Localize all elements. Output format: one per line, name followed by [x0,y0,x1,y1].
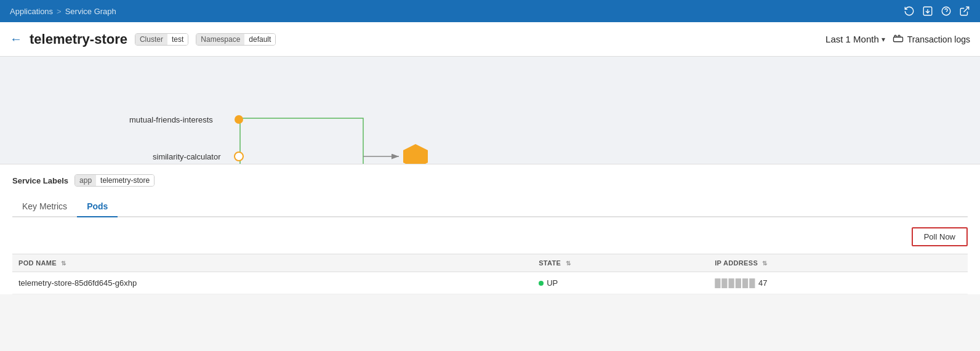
time-filter-dropdown[interactable]: Last 1 Month ▾ [825,34,885,44]
top-nav-icons [904,6,970,17]
table-row: telemetry-store-85d6fd645-g6xhp UP █████… [12,272,968,294]
graph-area: mutual-friends-interests similarity-calc… [0,57,980,164]
transaction-logs-label: Transaction logs [907,34,970,44]
namespace-badge: Namespace default [196,33,276,46]
service-label-key: app [75,175,96,186]
namespace-badge-val: default [244,34,275,45]
transaction-logs-icon [893,34,904,45]
svg-rect-4 [893,37,902,42]
col-header-ip-address: IP ADDRESS ⇅ [709,254,968,272]
chevron-down-icon: ▾ [882,35,885,44]
label-mutual-friends: mutual-friends-interests [129,115,213,124]
cluster-badge-key: Cluster [135,34,167,45]
col-header-state: STATE ⇅ [532,254,709,272]
svg-point-1 [942,7,950,15]
sort-icon-state[interactable]: ⇅ [566,260,571,267]
tab-pods[interactable]: Pods [77,196,118,217]
restore-icon[interactable] [904,6,915,17]
header-bar: ← telemetry-store Cluster test Namespace… [0,22,980,57]
tab-key-metrics[interactable]: Key Metrics [12,196,77,217]
sort-icon-pod-name[interactable]: ⇅ [61,260,66,267]
cluster-badge: Cluster test [135,33,188,46]
cell-pod-name: telemetry-store-85d6fd645-g6xhp [12,272,532,294]
tabs-row: Key Metrics Pods [12,196,968,217]
col-header-pod-name: POD NAME ⇅ [12,254,532,272]
top-nav: Applications > Service Graph [0,0,980,22]
svg-line-3 [964,7,969,12]
namespace-badge-key: Namespace [196,34,244,45]
poll-row: Poll Now [12,227,968,246]
back-button[interactable]: ← [10,32,22,46]
pods-table: POD NAME ⇅ STATE ⇅ IP ADDRESS ⇅ telemetr… [12,254,968,294]
service-title: telemetry-store [30,31,127,47]
node-mutual-friends [235,115,243,124]
transaction-logs-button[interactable]: Transaction logs [893,34,970,45]
bottom-panel: Service Labels app telemetry-store Key M… [0,164,980,294]
cell-state: UP [532,272,709,294]
service-labels-title: Service Labels [12,176,68,185]
status-dot-green [539,281,544,286]
external-link-icon[interactable] [959,6,970,17]
cell-ip-address: ██████ 47 [709,272,968,294]
svg-rect-6 [240,118,363,164]
breadcrumb-apps[interactable]: Applications [10,7,53,16]
node-telemetry-store [403,144,428,164]
breadcrumb-sep: > [57,7,62,16]
sort-icon-ip[interactable]: ⇅ [762,260,767,267]
help-icon[interactable] [941,6,952,17]
time-filter-label: Last 1 Month [825,34,879,44]
poll-now-button[interactable]: Poll Now [912,227,968,246]
label-similarity-calculator: similarity-calculator [153,152,221,161]
cluster-badge-val: test [167,34,188,45]
breadcrumb-current: Service Graph [65,7,116,16]
service-graph-svg: mutual-friends-interests similarity-calc… [0,57,980,164]
state-up-indicator: UP [539,278,702,288]
service-labels-row: Service Labels app telemetry-store [12,174,968,187]
service-label-badge-0: app telemetry-store [74,174,155,187]
download-icon[interactable] [922,6,933,17]
breadcrumb: Applications > Service Graph [10,7,904,16]
service-label-value: telemetry-store [96,175,154,186]
node-similarity-calculator [235,152,243,161]
ip-blur: ██████ [715,278,756,288]
